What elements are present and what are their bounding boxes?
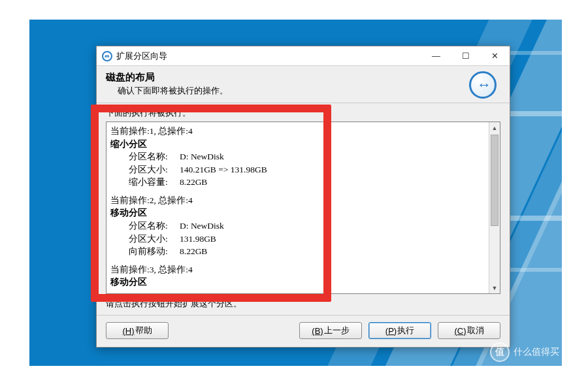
help-button[interactable]: (H)帮助 (106, 322, 169, 339)
operation-progress: 当前操作:2, 总操作:4 (110, 194, 485, 207)
hint-text: 请点击执行按钮开始扩展这个分区。 (106, 298, 500, 310)
scrollbar[interactable]: ▲ ▼ (489, 122, 500, 293)
maximize-button[interactable]: ☐ (451, 46, 480, 65)
watermark-icon: 值 (490, 342, 510, 362)
mnemonic: (P) (385, 326, 397, 336)
window-controls: — ☐ ✕ (421, 46, 510, 65)
watermark: 值 什么值得买 (490, 342, 559, 362)
operation-row-value: 131.98GB (180, 233, 216, 246)
operation-row-label: 分区大小: (129, 233, 180, 246)
titlebar[interactable]: ⇔ 扩展分区向导 — ☐ ✕ (97, 46, 510, 66)
operation-progress: 当前操作:1, 总操作:4 (110, 125, 485, 138)
operation-row-value: 8.22GB (180, 245, 207, 258)
scroll-thumb[interactable] (491, 135, 498, 226)
button-label: 上一步 (324, 325, 350, 336)
button-label: 帮助 (135, 325, 152, 336)
page-title: 磁盘的布局 (106, 71, 469, 84)
watermark-text: 什么值得买 (514, 346, 559, 358)
proceed-button[interactable]: (P)执行 (368, 322, 431, 339)
wizard-footer: (H)帮助 (B)上一步 (P)执行 (C)取消 (97, 315, 510, 347)
page-subtitle: 确认下面即将被执行的操作。 (118, 85, 469, 97)
back-button[interactable]: (B)上一步 (299, 322, 362, 339)
wizard-window: ⇔ 扩展分区向导 — ☐ ✕ 磁盘的布局 确认下面即将被执行的操作。 ↔ 下面的… (96, 46, 510, 348)
wizard-header: 磁盘的布局 确认下面即将被执行的操作。 ↔ (97, 66, 510, 103)
operation-row-value: D: NewDisk (180, 220, 224, 233)
desktop-background: ⇔ 扩展分区向导 — ☐ ✕ 磁盘的布局 确认下面即将被执行的操作。 ↔ 下面的… (29, 20, 562, 366)
operation-progress: 当前操作:3, 总操作:4 (110, 263, 485, 276)
scroll-up-button[interactable]: ▲ (489, 122, 500, 133)
wizard-body: 下面的执行将被执行。 当前操作:1, 总操作:4缩小分区分区名称:D: NewD… (97, 103, 510, 315)
operation-row-value: D: NewDisk (180, 150, 224, 163)
operation-row-label: 分区名称: (129, 220, 180, 233)
stage: ⇔ 扩展分区向导 — ☐ ✕ 磁盘的布局 确认下面即将被执行的操作。 ↔ 下面的… (0, 0, 588, 392)
operation-title: 移动分区 (110, 276, 485, 289)
operation-row: 分区大小:140.21GB => 131.98GB (110, 163, 485, 176)
operation-block: 当前操作:1, 总操作:4缩小分区分区名称:D: NewDisk分区大小:140… (110, 125, 485, 189)
minimize-button[interactable]: — (421, 46, 451, 65)
operation-row-value: 8.22GB (180, 176, 207, 189)
button-label: 取消 (467, 325, 484, 336)
operation-row-label: 向前移动: (129, 245, 180, 258)
operation-row: 分区名称:D: NewDisk (110, 150, 485, 163)
operation-block: 当前操作:2, 总操作:4移动分区分区名称:D: NewDisk分区大小:131… (110, 194, 485, 258)
operation-title: 移动分区 (110, 206, 485, 220)
mnemonic: (H) (122, 326, 134, 336)
wizard-header-text: 磁盘的布局 确认下面即将被执行的操作。 (106, 71, 469, 97)
operation-row: 分区大小:131.98GB (110, 233, 485, 246)
mnemonic: (C) (454, 326, 466, 336)
operation-row-label: 分区名称: (129, 150, 180, 163)
window-title: 扩展分区向导 (116, 50, 167, 62)
operation-title: 缩小分区 (110, 138, 485, 151)
close-button[interactable]: ✕ (480, 46, 510, 65)
operation-row-label: 分区大小: (129, 163, 180, 176)
button-label: 执行 (397, 325, 414, 336)
mnemonic: (B) (312, 326, 323, 336)
wizard-logo-icon: ↔ (469, 71, 497, 99)
operation-row-label: 缩小容量: (129, 176, 180, 189)
operation-row: 缩小容量:8.22GB (110, 176, 485, 189)
operation-row: 向前移动:8.22GB (110, 245, 485, 258)
operation-row: 分区名称:D: NewDisk (110, 220, 485, 233)
scroll-down-button[interactable]: ▼ (489, 282, 500, 293)
operations-list[interactable]: 当前操作:1, 总操作:4缩小分区分区名称:D: NewDisk分区大小:140… (106, 122, 489, 293)
operations-caption: 下面的执行将被执行。 (106, 107, 500, 119)
scroll-track[interactable] (489, 133, 500, 282)
operation-block: 当前操作:3, 总操作:4移动分区 (110, 263, 485, 289)
cancel-button[interactable]: (C)取消 (438, 322, 500, 339)
operations-panel: 当前操作:1, 总操作:4缩小分区分区名称:D: NewDisk分区大小:140… (106, 122, 500, 294)
app-icon: ⇔ (102, 51, 112, 61)
operation-row-value: 140.21GB => 131.98GB (180, 163, 267, 176)
